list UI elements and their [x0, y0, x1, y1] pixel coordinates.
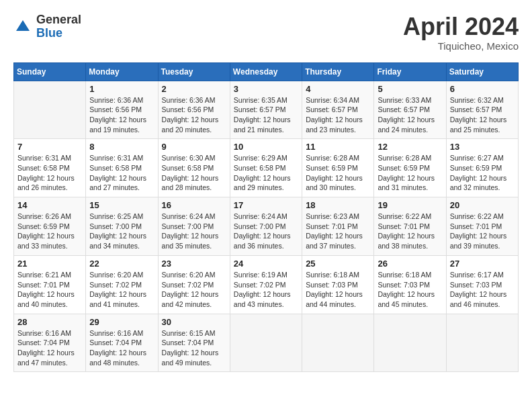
day-number: 13 — [450, 142, 515, 152]
logo-icon — [13, 17, 32, 36]
day-number: 20 — [450, 200, 515, 210]
day-number: 30 — [162, 317, 226, 327]
calendar-cell: 10Sunrise: 6:29 AMSunset: 6:58 PMDayligh… — [230, 139, 302, 197]
header-monday: Monday — [86, 62, 158, 81]
day-number: 7 — [17, 142, 82, 152]
calendar-cell: 2Sunrise: 6:36 AMSunset: 6:56 PMDaylight… — [158, 81, 230, 139]
header-wednesday: Wednesday — [230, 62, 302, 81]
calendar-cell: 29Sunrise: 6:16 AMSunset: 7:04 PMDayligh… — [86, 314, 158, 372]
calendar-cell: 16Sunrise: 6:24 AMSunset: 7:00 PMDayligh… — [158, 197, 230, 256]
day-info: Sunrise: 6:24 AMSunset: 7:00 PMDaylight:… — [234, 212, 298, 251]
calendar-cell: 21Sunrise: 6:21 AMSunset: 7:01 PMDayligh… — [14, 255, 86, 314]
calendar-cell: 14Sunrise: 6:26 AMSunset: 6:59 PMDayligh… — [14, 197, 86, 256]
day-info: Sunrise: 6:34 AMSunset: 6:57 PMDaylight:… — [306, 95, 370, 135]
day-number: 26 — [378, 259, 442, 269]
calendar-cell: 7Sunrise: 6:31 AMSunset: 6:58 PMDaylight… — [14, 139, 86, 197]
day-info: Sunrise: 6:35 AMSunset: 6:57 PMDaylight:… — [234, 95, 298, 135]
calendar-week-2: 7Sunrise: 6:31 AMSunset: 6:58 PMDaylight… — [14, 139, 519, 197]
day-info: Sunrise: 6:21 AMSunset: 7:01 PMDaylight:… — [17, 270, 82, 310]
calendar-cell — [230, 314, 302, 372]
calendar-cell: 22Sunrise: 6:20 AMSunset: 7:02 PMDayligh… — [86, 255, 158, 314]
day-info: Sunrise: 6:20 AMSunset: 7:02 PMDaylight:… — [89, 270, 154, 310]
day-info: Sunrise: 6:30 AMSunset: 6:58 PMDaylight:… — [162, 153, 226, 193]
calendar-cell: 13Sunrise: 6:27 AMSunset: 6:59 PMDayligh… — [446, 139, 518, 197]
calendar-cell: 18Sunrise: 6:23 AMSunset: 7:01 PMDayligh… — [302, 197, 374, 256]
day-number: 8 — [89, 142, 154, 152]
day-info: Sunrise: 6:27 AMSunset: 6:59 PMDaylight:… — [450, 153, 515, 193]
day-info: Sunrise: 6:26 AMSunset: 6:59 PMDaylight:… — [17, 212, 82, 251]
calendar-table: SundayMondayTuesdayWednesdayThursdayFrid… — [13, 62, 519, 373]
day-info: Sunrise: 6:31 AMSunset: 6:58 PMDaylight:… — [89, 153, 154, 193]
header-thursday: Thursday — [302, 62, 374, 81]
calendar-week-3: 14Sunrise: 6:26 AMSunset: 6:59 PMDayligh… — [14, 197, 519, 256]
day-info: Sunrise: 6:24 AMSunset: 7:00 PMDaylight:… — [162, 212, 226, 251]
day-info: Sunrise: 6:16 AMSunset: 7:04 PMDaylight:… — [17, 328, 82, 368]
calendar-cell: 9Sunrise: 6:30 AMSunset: 6:58 PMDaylight… — [158, 139, 230, 197]
calendar-cell — [374, 314, 446, 372]
day-number: 25 — [306, 259, 370, 269]
day-number: 9 — [162, 142, 226, 152]
day-info: Sunrise: 6:22 AMSunset: 7:01 PMDaylight:… — [450, 212, 515, 251]
day-info: Sunrise: 6:20 AMSunset: 7:02 PMDaylight:… — [162, 270, 226, 310]
calendar-cell: 25Sunrise: 6:18 AMSunset: 7:03 PMDayligh… — [302, 255, 374, 314]
calendar-cell: 12Sunrise: 6:28 AMSunset: 6:59 PMDayligh… — [374, 139, 446, 197]
calendar-cell: 19Sunrise: 6:22 AMSunset: 7:01 PMDayligh… — [374, 197, 446, 256]
day-info: Sunrise: 6:28 AMSunset: 6:59 PMDaylight:… — [378, 153, 442, 193]
day-number: 28 — [17, 317, 82, 327]
page-header: General Blue April 2024 Tiquicheo, Mexic… — [13, 13, 519, 52]
day-info: Sunrise: 6:18 AMSunset: 7:03 PMDaylight:… — [378, 270, 442, 310]
day-number: 29 — [89, 317, 154, 327]
day-info: Sunrise: 6:25 AMSunset: 7:00 PMDaylight:… — [89, 212, 154, 251]
header-saturday: Saturday — [446, 62, 518, 81]
day-number: 11 — [306, 142, 370, 152]
calendar-cell: 6Sunrise: 6:32 AMSunset: 6:57 PMDaylight… — [446, 81, 518, 139]
day-number: 6 — [450, 84, 515, 94]
logo-general: General — [36, 13, 81, 27]
logo-text: General Blue — [36, 13, 81, 40]
day-info: Sunrise: 6:29 AMSunset: 6:58 PMDaylight:… — [234, 153, 298, 193]
month-title: April 2024 — [403, 13, 519, 40]
day-info: Sunrise: 6:36 AMSunset: 6:56 PMDaylight:… — [89, 95, 154, 135]
day-info: Sunrise: 6:36 AMSunset: 6:56 PMDaylight:… — [162, 95, 226, 135]
calendar-cell: 17Sunrise: 6:24 AMSunset: 7:00 PMDayligh… — [230, 197, 302, 256]
day-info: Sunrise: 6:33 AMSunset: 6:57 PMDaylight:… — [378, 95, 442, 135]
day-number: 14 — [17, 200, 82, 210]
day-number: 1 — [89, 84, 154, 94]
calendar-cell — [446, 314, 518, 372]
calendar-cell: 20Sunrise: 6:22 AMSunset: 7:01 PMDayligh… — [446, 197, 518, 256]
day-number: 16 — [162, 200, 226, 210]
day-number: 19 — [378, 200, 442, 210]
day-info: Sunrise: 6:28 AMSunset: 6:59 PMDaylight:… — [306, 153, 370, 193]
day-number: 27 — [450, 259, 515, 269]
logo: General Blue — [13, 13, 81, 40]
header-tuesday: Tuesday — [158, 62, 230, 81]
day-number: 3 — [234, 84, 298, 94]
day-info: Sunrise: 6:23 AMSunset: 7:01 PMDaylight:… — [306, 212, 370, 251]
day-number: 15 — [89, 200, 154, 210]
calendar-cell: 26Sunrise: 6:18 AMSunset: 7:03 PMDayligh… — [374, 255, 446, 314]
day-number: 5 — [378, 84, 442, 94]
calendar-cell: 1Sunrise: 6:36 AMSunset: 6:56 PMDaylight… — [86, 81, 158, 139]
header-friday: Friday — [374, 62, 446, 81]
title-block: April 2024 Tiquicheo, Mexico — [403, 13, 519, 52]
location-subtitle: Tiquicheo, Mexico — [403, 40, 519, 52]
day-number: 18 — [306, 200, 370, 210]
day-number: 2 — [162, 84, 226, 94]
calendar-cell: 28Sunrise: 6:16 AMSunset: 7:04 PMDayligh… — [14, 314, 86, 372]
day-number: 4 — [306, 84, 370, 94]
day-number: 23 — [162, 259, 226, 269]
calendar-header-row: SundayMondayTuesdayWednesdayThursdayFrid… — [14, 62, 519, 81]
svg-marker-0 — [16, 20, 30, 31]
calendar-cell: 5Sunrise: 6:33 AMSunset: 6:57 PMDaylight… — [374, 81, 446, 139]
calendar-week-1: 1Sunrise: 6:36 AMSunset: 6:56 PMDaylight… — [14, 81, 519, 139]
calendar-cell: 15Sunrise: 6:25 AMSunset: 7:00 PMDayligh… — [86, 197, 158, 256]
calendar-cell: 24Sunrise: 6:19 AMSunset: 7:02 PMDayligh… — [230, 255, 302, 314]
calendar-cell: 3Sunrise: 6:35 AMSunset: 6:57 PMDaylight… — [230, 81, 302, 139]
calendar-week-4: 21Sunrise: 6:21 AMSunset: 7:01 PMDayligh… — [14, 255, 519, 314]
logo-blue: Blue — [36, 27, 81, 40]
day-number: 10 — [234, 142, 298, 152]
day-number: 21 — [17, 259, 82, 269]
calendar-cell: 23Sunrise: 6:20 AMSunset: 7:02 PMDayligh… — [158, 255, 230, 314]
calendar-cell: 30Sunrise: 6:15 AMSunset: 7:04 PMDayligh… — [158, 314, 230, 372]
day-number: 12 — [378, 142, 442, 152]
